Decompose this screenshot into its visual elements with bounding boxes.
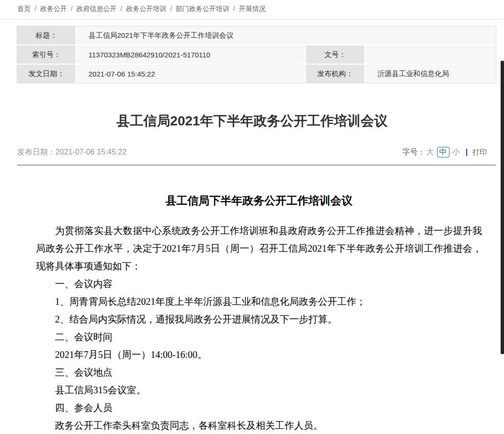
font-size-small-button[interactable]: 小 (452, 147, 460, 157)
breadcrumb-item-dept-training[interactable]: 部门政务公开培训 (176, 5, 230, 12)
article-title: 县工信局下半年政务公开工作培训会议 (36, 192, 482, 210)
breadcrumb-item-progress[interactable]: 开展情况 (239, 5, 265, 12)
breadcrumb-item-home[interactable]: 首页 (17, 5, 31, 12)
scrollbar (500, 0, 504, 434)
meta-docno-label: 文号： (306, 45, 364, 64)
breadcrumb-item-zwgk[interactable]: 政务公开 (40, 5, 67, 12)
breadcrumb-separator: / (170, 5, 172, 12)
meta-date-value: 2021-07-06 15:45:22 (77, 65, 305, 83)
article-body: 县工信局下半年政务公开工作培训会议 为贯彻落实县大数据中心系统政务公开工作培训班… (0, 192, 504, 434)
meta-title-value: 县工信局2021年下半年政务公开工作培训会议 (77, 26, 496, 45)
font-size-controls: 字号： 大 中 小 | 打印 (403, 147, 487, 157)
breadcrumb-separator: / (34, 5, 36, 12)
article-paragraph: 为贯彻落实县大数据中心系统政务公开工作培训班和县政府政务公开工作推进会精神，进一… (36, 222, 482, 275)
article-paragraph: 四、参会人员 (36, 399, 482, 417)
article-paragraph: 县工信局315会议室。 (36, 381, 482, 399)
article-paragraph: 1、周青霄局长总结2021年度上半年沂源县工业和信息化局政务公开工作； (36, 293, 482, 311)
scrollbar-thumb[interactable] (501, 61, 504, 354)
content-divider (17, 165, 496, 166)
meta-index-label: 索引号： (17, 45, 76, 64)
publish-date: 发布日期：2021-07-06 15:45:22 (17, 147, 127, 157)
article-paragraph: 政务公开工作牵头科室负责同志，各科室科长及相关工作人员。 (36, 417, 482, 434)
breadcrumb-item-training[interactable]: 政务公开培训 (126, 5, 166, 12)
document-meta-table: 标题： 县工信局2021年下半年政务公开工作培训会议 索引号： 11370323… (17, 26, 496, 83)
article-paragraph: 一、会议内容 (36, 275, 482, 293)
breadcrumb-separator: / (71, 5, 73, 12)
publish-info-row: 发布日期：2021-07-06 15:45:22 字号： 大 中 小 | 打印 (17, 146, 487, 158)
meta-agency-label: 发布机构： (306, 65, 364, 83)
controls-divider: | (466, 148, 468, 156)
meta-index-value: 11370323MB28642910/2021-5170110 (77, 45, 305, 64)
page-title: 县工信局2021年下半年政务公开工作培训会议 (0, 112, 504, 130)
article-paragraph: 2、结合局内实际情况，通报我局政务公开进展情况及下一步打算。 (36, 311, 482, 328)
breadcrumb-divider (0, 19, 504, 20)
print-button[interactable]: 打印 (472, 148, 487, 157)
article-paragraphs: 为贯彻落实县大数据中心系统政务公开工作培训班和县政府政务公开工作推进会精神，进一… (36, 222, 482, 434)
meta-agency-value: 沂源县工业和信息化局 (365, 65, 496, 83)
publish-date-label: 发布日期： (17, 148, 55, 156)
font-size-large-button[interactable]: 大 (427, 147, 434, 157)
breadcrumb-item-gov-info[interactable]: 政府信息公开 (77, 5, 117, 12)
article-paragraph: 2021年7月5日（周一）14:00-16:00。 (36, 346, 482, 364)
font-size-label: 字号： (403, 147, 426, 157)
article-paragraph: 二、会议时间 (36, 328, 482, 346)
meta-title-label: 标题： (17, 26, 76, 45)
meta-date-label: 发文日期： (17, 65, 76, 83)
breadcrumb-separator: / (233, 5, 235, 12)
article-paragraph: 三、会议地点 (36, 364, 482, 381)
meta-docno-value (365, 45, 496, 64)
breadcrumb: 首页/政务公开/政府信息公开/政务公开培训/部门政务公开培训/开展情况 (0, 0, 504, 17)
font-size-medium-button[interactable]: 中 (437, 147, 449, 157)
breadcrumb-separator: / (121, 5, 122, 12)
publish-date-value: 2021-07-06 15:45:22 (55, 148, 127, 156)
